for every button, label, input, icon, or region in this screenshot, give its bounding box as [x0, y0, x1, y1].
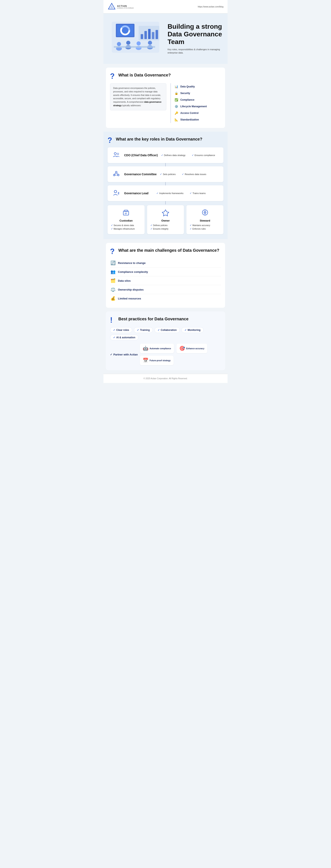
svg-point-19: [148, 41, 152, 45]
svg-point-15: [126, 41, 130, 45]
role-committee: Governance Committee ✓ Sets policies ✓ R…: [108, 166, 223, 182]
what-is-body: Data governance encompasses the policies…: [110, 83, 166, 111]
check-icon: ✓: [157, 192, 159, 195]
tag-training: ✓ Training: [134, 327, 153, 333]
challenge-compliance: 👥 Compliance complexity: [110, 268, 221, 276]
tag-check-icon: ✓: [185, 329, 187, 332]
check-icon: ✓: [150, 227, 153, 230]
resistance-icon: 🔄: [110, 260, 116, 266]
hero-text: Building a strong Data Governance Team K…: [168, 23, 223, 54]
svg-rect-11: [152, 32, 154, 39]
hero-subtitle: Key roles, responsibilities & challenges…: [168, 48, 223, 55]
challenge-resistance: 🔄 Resistance to change: [110, 258, 221, 268]
challenges-list: 🔄 Resistance to change 👥 Compliance comp…: [110, 258, 221, 303]
feature-access-control: 🔑 Access Control: [174, 110, 221, 116]
svg-rect-10: [148, 29, 150, 39]
what-is-right: 📊 Data Quality 🔒 Security ✅ Compliance ⚙…: [170, 83, 221, 123]
svg-rect-12: [156, 30, 158, 39]
partner-label: ✓ Partner with Actian: [110, 353, 138, 356]
challenges-section: ? What are the main challenges of Data G…: [106, 243, 225, 308]
key-roles-symbol: ?: [108, 136, 113, 144]
custodian-detail-2: ✓ Manages infrastructure: [111, 227, 141, 230]
cdo-detail-2: ✓ Ensures compliance: [192, 154, 215, 157]
custodian-icon: [111, 209, 141, 218]
custodian-detail-1: ✓ Secures & stores data: [111, 224, 141, 227]
feature-label: Security: [181, 92, 190, 95]
owner-icon: [150, 209, 181, 218]
owner-name: Owner: [150, 219, 181, 222]
feature-lifecycle: ⚙️ Lifecycle Management: [174, 103, 221, 110]
svg-line-28: [116, 173, 118, 174]
check-icon: ✓: [192, 154, 194, 157]
svg-point-24: [115, 171, 117, 173]
committee-details: ✓ Sets policies ✓ Resolves data issues: [160, 173, 219, 176]
footer-text: © 2025 Actian Corporation. All Rights Re…: [143, 377, 187, 380]
tag-ai-automation: ✓ AI & automation: [110, 335, 138, 340]
steward-icon: [190, 209, 220, 218]
custodian-name: Custodian: [111, 219, 141, 222]
svg-rect-8: [141, 34, 143, 39]
committee-detail-2: ✓ Resolves data issues: [182, 173, 206, 176]
steward-detail-2: ✓ Enforces rules: [190, 227, 220, 230]
lead-detail-1: ✓ Implements frameworks: [157, 192, 184, 195]
role-cdo: CDO (Chief Data Officer) ✓ Defines data …: [108, 147, 223, 163]
feature-label: Data Quality: [181, 85, 195, 88]
key-roles-section: ? What are the key roles in Data Governa…: [104, 132, 227, 239]
svg-point-40: [204, 212, 205, 213]
bottom-roles: Custodian ✓ Secures & stores data ✓ Mana…: [108, 205, 223, 234]
steward-detail-1: ✓ Maintains accuracy: [190, 224, 220, 227]
actian-logo-icon: [108, 2, 116, 11]
cdo-icon: [112, 151, 121, 160]
lifecycle-icon: ⚙️: [174, 104, 179, 109]
what-is-left: Data governance encompasses the policies…: [110, 83, 166, 123]
feature-list: 📊 Data Quality 🔒 Security ✅ Compliance ⚙…: [174, 83, 221, 123]
role-owner: Owner ✓ Defines policies ✓ Ensures integ…: [147, 205, 184, 234]
committee-detail-1: ✓ Sets policies: [160, 173, 176, 176]
tag-collaboration: ✓ Collaboration: [155, 327, 180, 333]
key-roles-title: What are the key roles in Data Governanc…: [116, 136, 202, 142]
data-quality-icon: 📊: [174, 84, 179, 89]
what-is-title: What is Data Governance?: [118, 72, 171, 78]
standardization-icon: 📐: [174, 117, 179, 122]
page-header: ACTIAN a division of HCLSoftware https:/…: [104, 0, 227, 13]
tag-clear-roles: ✓ Clear roles: [110, 327, 132, 333]
challenge-silos: 🗂️ Data silos: [110, 276, 221, 285]
challenge-resources: 💰 Limited resources: [110, 294, 221, 303]
action-enhance: 🎯 Enhance accuracy: [176, 344, 207, 353]
tag-check-icon: ✓: [113, 329, 115, 332]
logo-sub: a division of HCLSoftware: [117, 7, 134, 9]
lead-detail-2: ✓ Trains teams: [190, 192, 205, 195]
action-automate: 🤖 Automate compliance: [140, 344, 174, 353]
committee-icon: [112, 170, 121, 179]
hero-illustration: [108, 20, 163, 58]
best-practices-bottom: ✓ Partner with Actian 🤖 Automate complia…: [110, 344, 221, 365]
check-icon: ✓: [161, 154, 163, 157]
lead-icon: [112, 189, 121, 198]
data-silos-icon: 🗂️: [110, 278, 116, 283]
automate-icon: 🤖: [143, 346, 148, 351]
tag-monitoring: ✓ Monitoring: [182, 327, 203, 333]
best-practices-tags: ✓ Clear roles ✓ Training ✓ Collaboration…: [110, 327, 221, 340]
feature-standardization: 📐 Standardization: [174, 116, 221, 123]
svg-point-22: [114, 153, 116, 155]
svg-point-17: [137, 41, 141, 45]
svg-line-27: [114, 173, 116, 174]
check-icon: ✓: [150, 224, 153, 227]
svg-point-23: [117, 153, 119, 155]
resources-icon: 💰: [110, 296, 116, 301]
feature-label: Compliance: [181, 98, 194, 101]
owner-detail-2: ✓ Ensures integrity: [150, 227, 181, 230]
svg-rect-9: [144, 31, 147, 39]
lead-details: ✓ Implements frameworks ✓ Trains teams: [157, 192, 219, 195]
challenges-content: 🔄 Resistance to change 👥 Compliance comp…: [110, 258, 221, 303]
feature-security: 🔒 Security: [174, 90, 221, 96]
feature-label: Standardization: [181, 118, 199, 121]
page-footer: © 2025 Actian Corporation. All Rights Re…: [104, 374, 227, 383]
best-practices-section: ! Best practices for Data Governance ✓ C…: [106, 311, 225, 370]
check-icon: ✓: [160, 173, 162, 176]
access-control-icon: 🔑: [174, 111, 179, 115]
feature-label: Lifecycle Management: [181, 105, 207, 108]
role-lead: Governance Lead ✓ Implements frameworks …: [108, 185, 223, 201]
feature-compliance: ✅ Compliance: [174, 96, 221, 103]
tag-check-icon: ✓: [137, 329, 139, 332]
